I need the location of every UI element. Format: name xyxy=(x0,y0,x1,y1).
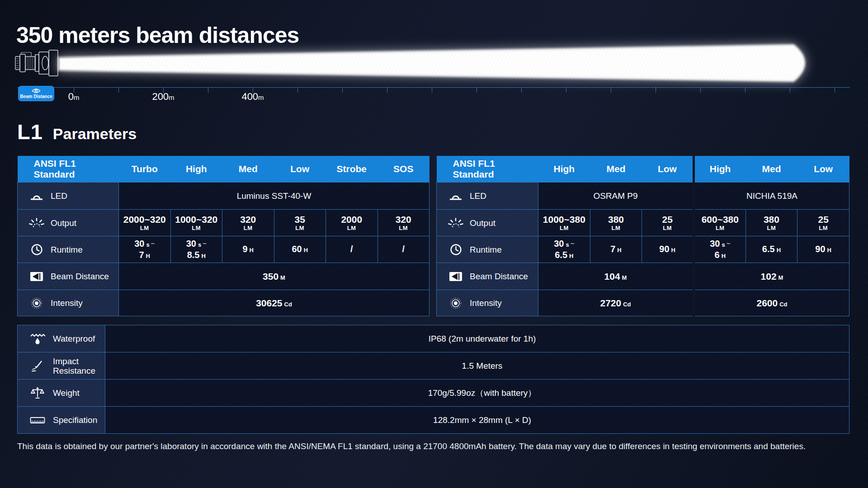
mode-header-med: Med xyxy=(745,156,797,183)
intensity-row: Intensity 2720Cd 2600Cd xyxy=(437,290,849,316)
mode-header-low: Low xyxy=(642,156,694,183)
output-number: 320 xyxy=(378,214,429,225)
runtime-unit: H xyxy=(201,253,205,259)
weight-label-cell: Weight xyxy=(18,380,105,407)
led-value: Luminus SST-40-W xyxy=(119,183,429,210)
output-number: 35 xyxy=(274,214,326,225)
section-title: Parameters xyxy=(53,125,137,143)
runtime-unit: H xyxy=(250,247,254,253)
led-row: LED OSRAM P9 NICHIA 519A xyxy=(437,183,849,210)
section-heading: L1 Parameters xyxy=(17,119,137,144)
output-unit: LM xyxy=(590,225,642,231)
ruler-tick xyxy=(476,87,477,93)
beam-distance-value-cell: 102M xyxy=(693,263,849,290)
runtime-number: 30 xyxy=(554,239,564,249)
runtime-line: 30s~ xyxy=(171,238,222,250)
badge-label: Beam Distance xyxy=(20,94,52,99)
flashlight-illustration xyxy=(15,50,58,76)
output-cell: 2000LM xyxy=(326,210,378,236)
waterproof-value: IP68 (2m underwater for 1h) xyxy=(105,325,849,352)
output-unit: LM xyxy=(119,225,170,231)
output-unit: LM xyxy=(538,225,590,231)
runtime-row: Runtime 30s~ 6.5H 7H 90H 30s~ 6H xyxy=(437,236,849,263)
output-cell: 1000~320LM xyxy=(170,210,222,236)
runtime-tilde: ~ xyxy=(726,239,731,247)
runtime-number: 7 xyxy=(139,250,144,260)
runtime-line: 7H xyxy=(590,244,642,255)
footnote: This data is obtained by our partner's l… xyxy=(17,441,849,452)
intensity-number: 2720 xyxy=(600,298,621,308)
runtime-tilde: ~ xyxy=(203,239,207,247)
beam-distance-row: Beam Distance 104M 102M xyxy=(437,263,849,290)
ansi-table-left: ANSI FL1 Standard Turbo High Med Low Str… xyxy=(17,156,429,316)
standard-line: Standard xyxy=(453,169,538,180)
runtime-cell: 90H xyxy=(642,236,694,263)
scale-unit: m xyxy=(169,94,175,101)
beam-icon xyxy=(28,271,45,282)
scale-unit: m xyxy=(258,94,264,101)
output-unit: LM xyxy=(171,225,222,231)
runtime-label-cell: Runtime xyxy=(437,236,538,263)
beam-distance-unit: M xyxy=(778,274,783,281)
model-name: L1 xyxy=(17,119,43,144)
row-label: Beam Distance xyxy=(51,272,109,281)
runtime-number: 30 xyxy=(710,239,720,249)
target-icon xyxy=(448,297,464,310)
clock-icon xyxy=(28,244,45,256)
mode-header-sos: SOS xyxy=(377,156,429,183)
runtime-line: 90H xyxy=(797,244,849,255)
output-number: 380 xyxy=(590,214,642,225)
row-label: LED xyxy=(470,191,486,201)
waterproof-icon xyxy=(29,333,46,345)
beam-ruler-line xyxy=(17,87,850,88)
weight-row: Weight 170g/5.99oz（with battery） xyxy=(18,380,849,407)
mode-header-med: Med xyxy=(590,156,642,183)
output-number: 1000~320 xyxy=(171,214,222,225)
row-label: Intensity xyxy=(51,298,83,308)
runtime-line: / xyxy=(326,244,377,255)
output-number: 25 xyxy=(797,214,849,225)
runtime-unit: H xyxy=(569,253,573,259)
sunburst-icon xyxy=(28,217,45,229)
output-cell: 380LM xyxy=(590,210,642,236)
runtime-line: 6H xyxy=(695,250,745,261)
intensity-label-cell: Intensity xyxy=(437,290,538,316)
ruler-tick xyxy=(387,87,387,93)
output-unit: LM xyxy=(326,225,377,231)
intensity-value-cell: 2720Cd xyxy=(538,290,694,316)
runtime-line: 30s~ xyxy=(538,238,590,250)
output-cell: 25LM xyxy=(642,210,694,236)
output-cell: 1000~380LM xyxy=(538,210,590,236)
intensity-unit: Cd xyxy=(284,301,292,308)
runtime-tilde: ~ xyxy=(571,239,575,247)
spec-label: Weight xyxy=(53,388,80,398)
beam-graphic xyxy=(0,0,868,105)
intensity-value: 2600Cd xyxy=(746,298,797,309)
runtime-number: 7 xyxy=(610,244,615,254)
ruler-tick xyxy=(835,87,835,93)
intensity-value: 2720Cd xyxy=(590,298,641,309)
mode-header-strobe: Strobe xyxy=(326,156,378,183)
intensity-number: 2600 xyxy=(756,298,778,308)
impact-resistance-row: Impact Resistance 1.5 Meters xyxy=(18,352,849,380)
target-icon xyxy=(28,297,45,310)
ruler-tick xyxy=(790,87,790,93)
output-cell: 380LM xyxy=(745,210,797,236)
beam-distance-label-cell: Beam Distance xyxy=(18,263,119,290)
runtime-unit: s xyxy=(566,241,569,248)
runtime-line: 7H xyxy=(119,250,170,261)
runtime-cell: 7H xyxy=(590,236,642,263)
intensity-value-cell: 2600Cd xyxy=(693,290,849,316)
runtime-number: 6 xyxy=(715,250,720,260)
intensity-value: 30625Cd xyxy=(248,298,300,309)
led-icon xyxy=(448,191,464,202)
intensity-unit: Cd xyxy=(623,301,631,308)
beam-distance-value: 350M xyxy=(248,271,300,282)
specs-table: Waterproof IP68 (2m underwater for 1h) I… xyxy=(17,325,849,434)
mode-header-turbo: Turbo xyxy=(119,156,171,183)
output-unit: LM xyxy=(746,225,797,231)
beam-distance-badge[interactable]: Beam Distance xyxy=(18,86,54,101)
output-label-cell: Output xyxy=(437,210,538,236)
scale-number: 0 xyxy=(68,91,74,102)
led-value-nichia: NICHIA 519A xyxy=(693,183,849,210)
